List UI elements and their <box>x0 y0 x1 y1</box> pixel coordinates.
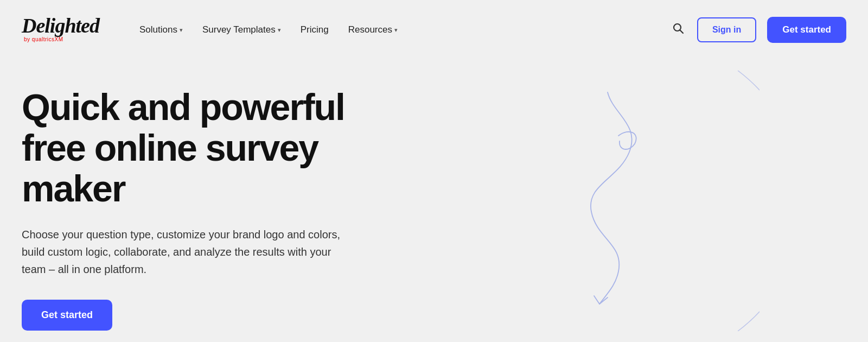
nav-item-resources[interactable]: Resources ▾ <box>341 20 405 40</box>
hero-content: Quick and powerful free online survey ma… <box>22 87 401 331</box>
get-started-nav-button[interactable]: Get started <box>767 17 846 43</box>
svg-line-1 <box>680 30 683 34</box>
navbar: Delighted by qualtricsXM Solutions ▾ Sur… <box>0 0 868 60</box>
nav-links: Solutions ▾ Survey Templates ▾ Pricing R… <box>132 20 670 40</box>
nav-item-solutions[interactable]: Solutions ▾ <box>132 20 190 40</box>
sign-in-button[interactable]: Sign in <box>697 17 756 42</box>
search-icon[interactable] <box>670 20 686 40</box>
nav-item-survey-templates[interactable]: Survey Templates ▾ <box>195 20 289 40</box>
hero-title: Quick and powerful free online survey ma… <box>22 87 401 208</box>
chevron-down-icon: ▾ <box>180 27 183 34</box>
chevron-down-icon: ▾ <box>278 27 281 34</box>
nav-right: Sign in Get started <box>670 17 846 43</box>
hero-decoration <box>488 71 760 331</box>
logo-text: Delighted <box>22 15 99 36</box>
chevron-down-icon: ▾ <box>394 27 398 34</box>
logo-sub: by qualtricsXM <box>22 37 99 45</box>
get-started-hero-button[interactable]: Get started <box>22 300 112 331</box>
nav-item-pricing[interactable]: Pricing <box>293 20 336 40</box>
logo[interactable]: Delighted by qualtricsXM <box>22 15 99 45</box>
hero-section: Quick and powerful free online survey ma… <box>0 60 868 342</box>
hero-subtitle: Choose your question type, customize you… <box>22 226 358 278</box>
